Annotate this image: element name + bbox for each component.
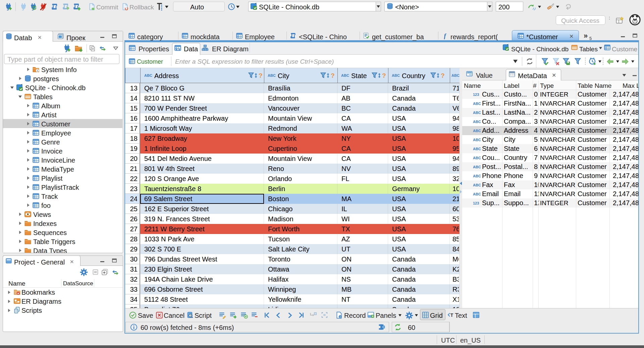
svg-text:f: f: [444, 33, 447, 39]
svg-text:i: i: [340, 315, 340, 318]
svg-text:T: T: [450, 312, 453, 318]
svg-text:i: i: [37, 69, 38, 72]
